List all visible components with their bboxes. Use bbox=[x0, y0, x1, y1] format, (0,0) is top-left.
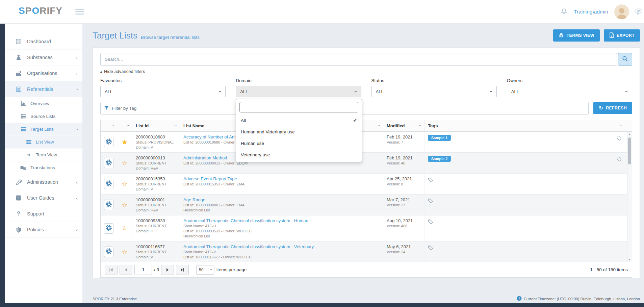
translations-icon: Ax bbox=[20, 165, 27, 171]
list-name-link[interactable]: Age Range bbox=[183, 197, 205, 203]
list-name-link[interactable]: Adverse Event Report Type bbox=[183, 176, 237, 182]
hide-advanced-filters-link[interactable]: ▴ Hide advanced filters bbox=[100, 69, 145, 74]
sidebar-item-support[interactable]: ? Support bbox=[5, 206, 82, 222]
tag-icon[interactable] bbox=[428, 198, 433, 204]
tag-icon[interactable] bbox=[616, 156, 621, 162]
sidebar-item-target-lists[interactable]: Target Lists ‹ bbox=[5, 123, 82, 136]
sidebar-item-overview[interactable]: Overview bbox=[5, 97, 82, 110]
row-settings-button[interactable] bbox=[104, 223, 113, 234]
layers-icon bbox=[559, 32, 564, 39]
next-page-button[interactable] bbox=[161, 265, 174, 275]
sidebar-item-substances[interactable]: Substances ‹ bbox=[5, 50, 82, 66]
bell-icon[interactable] bbox=[560, 8, 568, 16]
menu-toggle-icon[interactable] bbox=[75, 9, 84, 16]
chevron-left-icon: ‹ bbox=[76, 180, 78, 185]
tag-icon[interactable] bbox=[428, 177, 433, 183]
sidebar-item-dashboard[interactable]: Dashboard bbox=[5, 34, 82, 50]
caret-up-icon: ▴ bbox=[100, 70, 102, 73]
tag-badge: Sample 2 bbox=[428, 156, 451, 162]
table-row: ☆ 100000000001 Status: CURRENT Domain: H… bbox=[101, 195, 632, 215]
domain-select[interactable]: ALL› bbox=[236, 86, 361, 97]
dropdown-search-input[interactable] bbox=[239, 102, 358, 112]
refresh-button[interactable]: ↻ REFRESH bbox=[593, 102, 632, 114]
favourite-star-icon[interactable]: ☆ bbox=[122, 249, 128, 255]
list-name-link[interactable]: Anatomical Therapeutic Chemical classifi… bbox=[183, 244, 314, 250]
status-line: Status: PROVISIONAL bbox=[136, 140, 176, 145]
export-button[interactable]: x EXPORT bbox=[604, 29, 640, 42]
list-detail-line: List Id: 200000015353 - Owner: EMA bbox=[183, 182, 380, 187]
column-header-modified[interactable]: Modified› bbox=[383, 120, 424, 131]
column-header-tags[interactable]: Tags› bbox=[424, 120, 625, 131]
column-header-favourite[interactable]: › bbox=[117, 120, 132, 131]
favourite-star-icon[interactable]: ☆ bbox=[122, 160, 128, 167]
scrollbar-thumb[interactable] bbox=[628, 137, 631, 164]
domain-option[interactable]: Human use ✔ bbox=[236, 137, 362, 149]
row-settings-button[interactable] bbox=[104, 247, 113, 257]
items-range-label: 1 - 50 of 150 items bbox=[590, 267, 628, 272]
list-name-link[interactable]: Anatomical Therapeutic Chemical classifi… bbox=[183, 218, 308, 224]
list-name-link[interactable]: Accuracy of Number of Anim bbox=[183, 134, 239, 140]
tag-icon[interactable] bbox=[428, 245, 433, 251]
version-line: Version: 40 bbox=[387, 161, 421, 166]
version-line: Version: 408 bbox=[387, 224, 421, 229]
list-id: 100000116677 bbox=[136, 244, 176, 250]
previous-page-button[interactable] bbox=[120, 265, 132, 275]
owners-select[interactable]: ALL› bbox=[507, 86, 632, 97]
table-scrollbar[interactable]: ▲ ▼ bbox=[627, 132, 632, 262]
version-line: Version: 8 bbox=[387, 182, 421, 187]
domain-option[interactable]: All ✔ bbox=[236, 114, 362, 126]
favourite-star-icon[interactable]: ☆ bbox=[122, 225, 128, 232]
version-line: Version: 7 bbox=[387, 140, 421, 145]
sporify-logo[interactable]: SPORIFY bbox=[19, 5, 62, 16]
page-size-select[interactable]: 50› bbox=[196, 265, 214, 275]
sidebar-item-policies[interactable]: Policies ‹ bbox=[5, 222, 82, 238]
gear-icon bbox=[105, 248, 112, 256]
chevron-down-icon: › bbox=[218, 91, 223, 93]
sidebar-item-administration[interactable]: Administration ‹ bbox=[5, 174, 82, 190]
search-input[interactable] bbox=[100, 53, 617, 66]
sidebar-item-referentials[interactable]: Referentials ‹ bbox=[5, 81, 82, 97]
favourite-star-icon[interactable]: ☆ bbox=[122, 181, 128, 187]
last-page-button[interactable] bbox=[176, 265, 189, 275]
domain-option[interactable]: Human and Veterinary use ✔ bbox=[236, 126, 362, 137]
row-settings-button[interactable] bbox=[104, 179, 113, 189]
favourite-star-icon[interactable]: ☆ bbox=[122, 202, 128, 208]
page-number-input[interactable] bbox=[134, 265, 152, 275]
short-name-line: Short Name: ATC-H bbox=[183, 224, 380, 229]
sidebar-item-translations[interactable]: Ax Translations bbox=[5, 161, 82, 174]
list-icon bbox=[20, 126, 27, 132]
scroll-down-icon[interactable]: ▼ bbox=[627, 258, 632, 261]
avatar[interactable] bbox=[614, 4, 629, 19]
top-bar: SPORIFY Training\admin bbox=[0, 0, 644, 24]
row-settings-button[interactable] bbox=[104, 200, 113, 210]
sidebar: Dashboard Substances ‹ Organisations ‹ R… bbox=[5, 24, 82, 303]
chat-icon[interactable] bbox=[635, 8, 643, 16]
row-settings-button[interactable] bbox=[104, 158, 113, 168]
svg-text:x: x bbox=[24, 167, 26, 169]
username-menu[interactable]: Training\admin bbox=[574, 9, 608, 15]
sidebar-item-source-lists[interactable]: Source Lists bbox=[5, 110, 82, 123]
list-name-link[interactable]: Administration Method bbox=[183, 155, 227, 161]
domain-option[interactable]: Veterinary use ✔ bbox=[236, 149, 362, 160]
first-page-button[interactable] bbox=[105, 265, 118, 275]
column-header-settings[interactable]: › bbox=[101, 120, 117, 131]
app-window: SPORIFY Training\admin Dashboard Substan… bbox=[0, 0, 644, 307]
status-select[interactable]: ALL› bbox=[371, 86, 497, 97]
column-header-list-id[interactable]: List Id› bbox=[132, 120, 180, 131]
column-menu-icon: › bbox=[417, 125, 422, 126]
sidebar-item-list-view[interactable]: List View bbox=[5, 136, 82, 149]
sidebar-item-organisations[interactable]: Organisations ‹ bbox=[5, 66, 82, 81]
tag-icon[interactable] bbox=[428, 219, 433, 225]
terms-view-button[interactable]: TERMS VIEW bbox=[553, 29, 600, 42]
sidebar-item-user-guides[interactable]: User Guides ‹ bbox=[5, 190, 82, 206]
tag-icon[interactable] bbox=[616, 135, 621, 142]
search-button[interactable] bbox=[618, 53, 632, 66]
scroll-up-icon[interactable]: ▲ bbox=[627, 133, 632, 136]
favourites-select[interactable]: ALL› bbox=[100, 86, 226, 97]
sidebar-item-term-view[interactable]: ” Term View bbox=[5, 149, 82, 161]
status-line: Status: CURRENT bbox=[136, 203, 176, 208]
favourite-star-icon[interactable]: ★ bbox=[122, 139, 128, 146]
row-settings-button[interactable] bbox=[104, 137, 113, 147]
status-line: Status: CURRENT bbox=[136, 182, 176, 187]
page-subtitle: Browse target referential lists bbox=[141, 35, 200, 40]
